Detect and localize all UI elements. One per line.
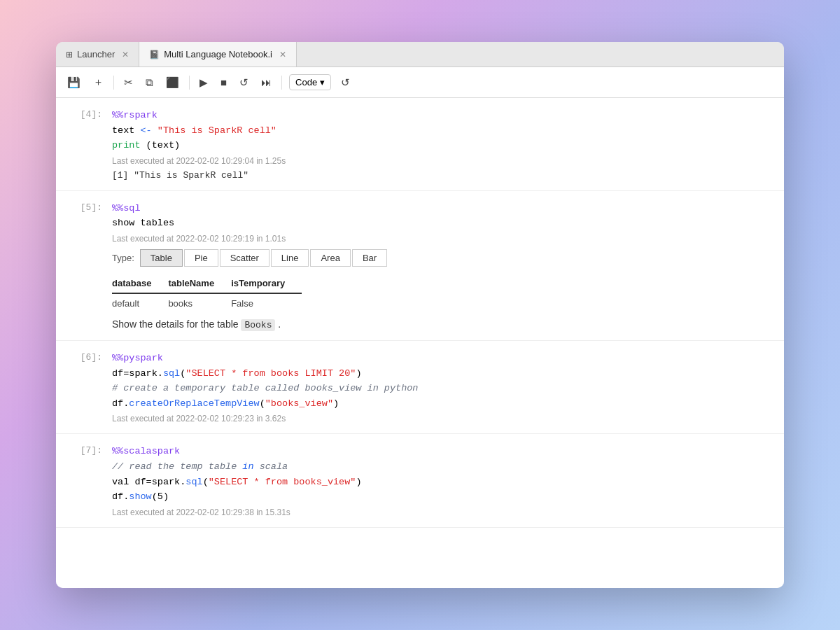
cell-tablename: books (168, 293, 231, 313)
copy-button[interactable]: ⧉ (143, 74, 156, 92)
notebook-content: [4]: %%rspark text <- "This is SparkR ce… (56, 98, 784, 588)
chart-type-table-button[interactable]: Table (140, 249, 183, 267)
col-tablename: tableName (168, 274, 231, 293)
cell-4-line2: text <- "This is SparkR cell" (112, 125, 276, 136)
chart-type-label: Type: (112, 253, 134, 263)
cut-button[interactable]: ✂ (121, 74, 136, 92)
cell-4-meta: Last executed at 2022-02-02 10:29:04 in … (112, 156, 784, 166)
cell-5-body: %%sql show tables Last executed at 2022-… (112, 201, 784, 330)
tab-notebook-close[interactable]: ✕ (279, 50, 286, 59)
table-row: default books False (112, 293, 302, 313)
cell-5-meta: Last executed at 2022-02-02 10:29:19 in … (112, 234, 784, 244)
cell-db: default (112, 293, 168, 313)
cell-7-body: %%scalaspark // read the temp table in s… (112, 444, 784, 517)
cell-5-number: [5]: (56, 201, 112, 330)
chart-type-row: Type: Table Pie Scatter Line Area Bar (112, 249, 784, 267)
cell-6: [6]: %%pyspark df=spark.sql("SELECT * fr… (56, 341, 784, 434)
notebook-window: ⊞ Launcher ✕ 📓 Multi Language Notebook.i… (56, 42, 784, 588)
cell-7-number: [7]: (56, 444, 112, 517)
launcher-icon: ⊞ (66, 50, 73, 59)
cell-4-code[interactable]: %%rspark text <- "This is SparkR cell" p… (112, 108, 784, 153)
chart-type-area-button[interactable]: Area (310, 249, 350, 267)
tab-notebook[interactable]: 📓 Multi Language Notebook.i ✕ (139, 42, 297, 66)
toolbar-divider-2 (189, 76, 190, 90)
tab-launcher-close[interactable]: ✕ (122, 50, 129, 59)
tab-launcher-label: Launcher (77, 49, 115, 59)
run-all-button[interactable]: ⏭ (258, 74, 274, 91)
chart-type-scatter-button[interactable]: Scatter (220, 249, 270, 267)
toolbar-divider-1 (113, 76, 114, 90)
cell-7-comment: // read the temp table in scala (112, 461, 288, 472)
kernel-restart-button[interactable]: ↺ (338, 74, 353, 92)
save-button[interactable]: 💾 (64, 74, 83, 92)
cell-5: [5]: %%sql show tables Last executed at … (56, 191, 784, 341)
prose-text: Show the details for the table (112, 318, 239, 330)
cell-type-label: Code (295, 77, 317, 88)
cell-5-magic: %%sql (112, 203, 141, 214)
chart-type-pie-button[interactable]: Pie (184, 249, 218, 267)
cell-type-dropdown[interactable]: Code ▾ (289, 74, 331, 90)
cell-6-body: %%pyspark df=spark.sql("SELECT * from bo… (112, 351, 784, 424)
paste-button[interactable]: ⬛ (163, 74, 182, 92)
cell-4-line3: print (text) (112, 140, 180, 150)
cell-7-line3: val df=spark.sql("SELECT * from books_vi… (112, 477, 362, 487)
prose-output: Show the details for the table Books . (112, 318, 784, 330)
cell-4: [4]: %%rspark text <- "This is SparkR ce… (56, 98, 784, 191)
toolbar: 💾 ＋ ✂ ⧉ ⬛ ▶ ■ ↺ ⏭ Code ▾ ↺ (56, 67, 784, 98)
cell-7-line4: df.show(5) (112, 491, 169, 502)
tab-bar: ⊞ Launcher ✕ 📓 Multi Language Notebook.i… (56, 42, 784, 67)
cell-4-magic: %%rspark (112, 110, 158, 120)
result-table: database tableName isTemporary default b… (112, 274, 302, 313)
cell-4-body: %%rspark text <- "This is SparkR cell" p… (112, 108, 784, 181)
cell-7-code[interactable]: %%scalaspark // read the temp table in s… (112, 444, 784, 504)
cell-6-magic: %%pyspark (112, 353, 163, 363)
chevron-down-icon: ▾ (320, 77, 325, 88)
cell-5-code[interactable]: %%sql show tables (112, 201, 784, 231)
cell-7-meta: Last executed at 2022-02-02 10:29:38 in … (112, 507, 784, 517)
cell-4-number: [4]: (56, 108, 112, 181)
prose-end: . (278, 318, 281, 330)
chart-type-bar-button[interactable]: Bar (352, 249, 387, 267)
prose-code: Books (241, 319, 275, 331)
cell-istemporary: False (231, 293, 302, 313)
chart-type-line-button[interactable]: Line (271, 249, 309, 267)
notebook-icon: 📓 (149, 50, 160, 59)
cell-5-line2: show tables (112, 218, 174, 228)
restart-button[interactable]: ↺ (237, 74, 251, 92)
cell-6-comment: # create a temporary table called books_… (112, 383, 418, 393)
cell-7-magic: %%scalaspark (112, 446, 180, 456)
tab-launcher[interactable]: ⊞ Launcher ✕ (56, 42, 139, 66)
col-database: database (112, 274, 168, 293)
run-button[interactable]: ▶ (197, 74, 211, 92)
tab-notebook-label: Multi Language Notebook.i (164, 49, 272, 59)
cell-6-number: [6]: (56, 351, 112, 424)
stop-button[interactable]: ■ (218, 74, 230, 91)
cell-6-line4: df.createOrReplaceTempView("books_view") (112, 398, 339, 409)
cell-7: [7]: %%scalaspark // read the temp table… (56, 434, 784, 527)
cell-6-meta: Last executed at 2022-02-02 10:29:23 in … (112, 414, 784, 424)
col-istemporary: isTemporary (231, 274, 302, 293)
cell-4-output: [1] "This is SparkR cell" (112, 170, 784, 181)
toolbar-divider-3 (281, 76, 282, 90)
cell-6-line2: df=spark.sql("SELECT * from books LIMIT … (112, 368, 362, 379)
add-cell-button[interactable]: ＋ (90, 73, 106, 92)
cell-6-code[interactable]: %%pyspark df=spark.sql("SELECT * from bo… (112, 351, 784, 411)
